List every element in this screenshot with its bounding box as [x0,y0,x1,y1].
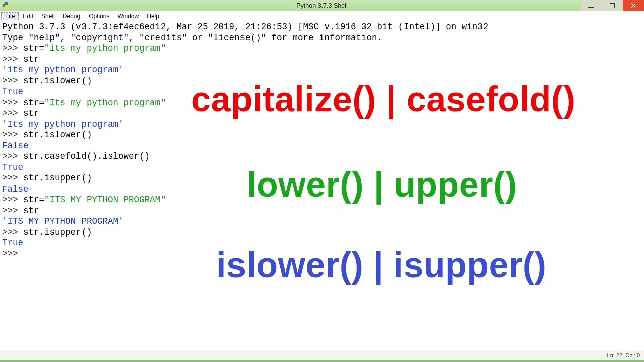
status-col-value: 0 [637,352,640,358]
statusbar: Ln: 22 Col: 0 [0,350,644,360]
menubar: FileEditShellDebugOptionsWindowHelp [0,11,644,21]
menu-item-edit[interactable]: Edit [19,12,37,20]
menu-item-debug[interactable]: Debug [59,12,85,20]
shell-area[interactable]: Python 3.7.3 (v3.7.3:ef4ec6ed12, Mar 25 … [0,21,644,350]
bottom-strip [0,360,644,362]
status-ln-label: Ln: [607,352,615,358]
overlay-capitalize-casefold: capitalize() | casefold() [191,81,575,117]
titlebar: Python 3.7.3 Shell ✕ [0,0,644,11]
shell-text[interactable]: Python 3.7.3 (v3.7.3:ef4ec6ed12, Mar 25 … [2,22,642,259]
overlay-islower-isupper: islower() | isupper() [216,247,546,283]
overlay-lower-upper: lower() | upper() [247,167,517,202]
menu-item-shell[interactable]: Shell [37,12,59,20]
menu-item-options[interactable]: Options [85,12,113,20]
menu-item-help[interactable]: Help [143,12,164,20]
status-col-label: Col: [625,352,635,358]
window-controls: ✕ [581,0,644,11]
close-button[interactable]: ✕ [623,0,644,11]
menu-item-file[interactable]: File [1,12,19,20]
maximize-button[interactable] [602,0,623,11]
python-icon [2,2,10,10]
minimize-button[interactable] [581,0,602,11]
status-ln-value: 22 [616,352,622,358]
window-title: Python 3.7.3 Shell [296,2,347,9]
menu-item-window[interactable]: Window [114,12,143,20]
